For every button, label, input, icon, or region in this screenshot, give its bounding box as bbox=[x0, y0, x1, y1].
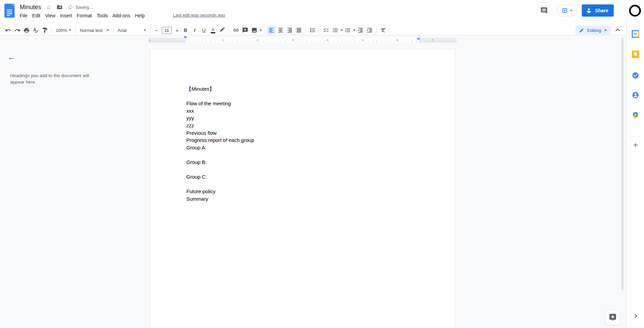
align-center-button[interactable] bbox=[276, 26, 285, 34]
get-add-ons-button[interactable]: + bbox=[631, 141, 640, 149]
comment-history-icon bbox=[540, 7, 548, 14]
decrease-font-size-button[interactable]: − bbox=[153, 26, 160, 34]
comment-history-button[interactable] bbox=[540, 6, 548, 15]
bulleted-list-caret-icon bbox=[340, 30, 343, 31]
horizontal-ruler[interactable]: 1 1 2 3 4 5 6 7 bbox=[149, 38, 457, 43]
bulleted-list-button[interactable] bbox=[331, 26, 343, 34]
document-line[interactable]: yyy bbox=[186, 114, 254, 122]
document-line[interactable]: zzz bbox=[186, 122, 254, 129]
google-maps-icon[interactable] bbox=[632, 112, 639, 119]
right-indent-marker[interactable] bbox=[417, 40, 420, 46]
insert-link-button[interactable] bbox=[231, 26, 240, 34]
redo-button[interactable] bbox=[13, 26, 22, 34]
menu-item[interactable]: View bbox=[43, 13, 58, 18]
font-select[interactable]: Arial bbox=[116, 28, 148, 33]
menu-item[interactable]: Format bbox=[74, 13, 94, 18]
menu-item[interactable]: Help bbox=[133, 13, 147, 18]
document-text[interactable]: 【Minutes】 Flow of the meeting xxx yyy zz… bbox=[186, 85, 254, 203]
decrease-indent-button[interactable] bbox=[356, 26, 365, 34]
insert-image-button[interactable] bbox=[250, 26, 262, 34]
google-tasks-icon[interactable] bbox=[632, 72, 639, 79]
header-bar: Minutes ☆ Saving... File Edit View Inser… bbox=[0, 0, 644, 25]
google-contacts-icon[interactable] bbox=[632, 91, 639, 99]
underline-button[interactable]: U bbox=[199, 26, 208, 34]
bold-button[interactable]: B bbox=[181, 26, 190, 34]
ruler-number: 2 bbox=[256, 38, 258, 42]
decrease-indent-icon bbox=[357, 27, 363, 33]
document-line[interactable]: Flow of the meeting bbox=[186, 100, 254, 107]
last-edit-link[interactable]: Last edit was seconds ago bbox=[173, 13, 225, 18]
undo-button[interactable] bbox=[3, 26, 13, 34]
document-line[interactable]: Group A: bbox=[186, 144, 254, 151]
line-spacing-button[interactable] bbox=[308, 26, 317, 34]
saving-status[interactable]: Saving... bbox=[68, 4, 93, 10]
left-indent-marker[interactable] bbox=[184, 38, 187, 44]
google-keep-icon[interactable] bbox=[632, 51, 639, 58]
line-spacing-icon bbox=[309, 27, 316, 33]
print-button[interactable] bbox=[22, 26, 31, 34]
document-line[interactable]: Group B: bbox=[186, 159, 254, 166]
checklist-button[interactable] bbox=[321, 26, 331, 34]
toolbar-separator bbox=[305, 27, 306, 34]
menu-item[interactable]: File bbox=[17, 13, 30, 18]
google-docs-logo-icon[interactable] bbox=[4, 4, 15, 18]
align-left-button[interactable] bbox=[267, 26, 276, 34]
paragraph-style-select[interactable]: Normal text bbox=[78, 28, 111, 33]
document-title[interactable]: Minutes bbox=[20, 4, 41, 11]
clear-formatting-button[interactable] bbox=[378, 26, 388, 34]
bulleted-list-icon bbox=[332, 27, 338, 33]
toolbar-separator bbox=[150, 27, 151, 34]
hide-menus-chevron-icon[interactable] bbox=[615, 29, 620, 33]
move-to-folder-icon[interactable] bbox=[56, 4, 63, 10]
document-line[interactable] bbox=[186, 151, 254, 159]
document-line[interactable]: Progress report of each group bbox=[186, 136, 254, 144]
text-color-button[interactable]: A bbox=[208, 26, 218, 34]
paint-format-button[interactable] bbox=[40, 26, 49, 34]
calendar-date-label: 31 bbox=[634, 32, 637, 36]
menu-item[interactable]: Tools bbox=[94, 13, 110, 18]
editing-mode-select[interactable]: Editing bbox=[575, 26, 611, 35]
share-button-label: Share bbox=[595, 8, 608, 13]
align-left-icon bbox=[268, 27, 274, 33]
font-size-input[interactable]: 11 bbox=[162, 27, 172, 34]
document-line[interactable]: Previous flow bbox=[186, 129, 254, 137]
editing-mode-caret-icon bbox=[604, 30, 607, 31]
account-avatar[interactable] bbox=[629, 5, 641, 17]
sync-icon bbox=[68, 4, 73, 10]
document-page[interactable]: 【Minutes】 Flow of the meeting xxx yyy zz… bbox=[150, 49, 455, 328]
increase-indent-button[interactable] bbox=[365, 26, 374, 34]
document-line[interactable] bbox=[186, 181, 254, 188]
document-line[interactable]: Group C: bbox=[186, 173, 254, 181]
italic-button[interactable]: I bbox=[190, 26, 199, 34]
spelling-grammar-check-button[interactable] bbox=[31, 26, 40, 34]
close-outline-arrow-icon[interactable]: ← bbox=[7, 53, 15, 61]
insert-image-icon bbox=[251, 27, 257, 33]
menu-item[interactable]: Edit bbox=[30, 13, 43, 18]
document-line[interactable] bbox=[186, 93, 254, 100]
increase-font-size-button[interactable]: + bbox=[173, 26, 181, 34]
highlight-color-button[interactable] bbox=[218, 26, 227, 34]
saving-status-label: Saving... bbox=[75, 5, 93, 10]
document-line[interactable]: xxx bbox=[186, 107, 254, 115]
close-side-panel-chevron-icon[interactable] bbox=[633, 314, 637, 318]
share-button[interactable]: Share bbox=[582, 4, 614, 17]
menu-item[interactable]: Add-ons bbox=[110, 13, 133, 18]
explore-button[interactable] bbox=[605, 310, 621, 325]
document-line[interactable]: 【Minutes】 bbox=[186, 85, 254, 93]
zoom-select[interactable]: 100% bbox=[54, 28, 73, 33]
justify-button[interactable] bbox=[294, 26, 303, 34]
present-to-meeting-button[interactable] bbox=[557, 5, 577, 16]
vertical-scrollbar[interactable] bbox=[621, 37, 624, 290]
align-right-button[interactable] bbox=[285, 26, 294, 34]
document-line[interactable]: Summary bbox=[186, 195, 254, 203]
document-line[interactable] bbox=[186, 166, 254, 174]
google-calendar-icon[interactable]: 31 bbox=[632, 30, 639, 38]
document-line[interactable]: Future policy bbox=[186, 188, 254, 195]
font-value: Arial bbox=[118, 28, 126, 33]
numbered-list-button[interactable] bbox=[343, 26, 356, 34]
menu-item[interactable]: Insert bbox=[58, 13, 74, 18]
title-row: Minutes ☆ Saving... bbox=[20, 3, 93, 12]
toolbar-separator bbox=[229, 27, 229, 34]
star-icon[interactable]: ☆ bbox=[46, 4, 51, 10]
add-comment-button[interactable] bbox=[240, 26, 250, 34]
